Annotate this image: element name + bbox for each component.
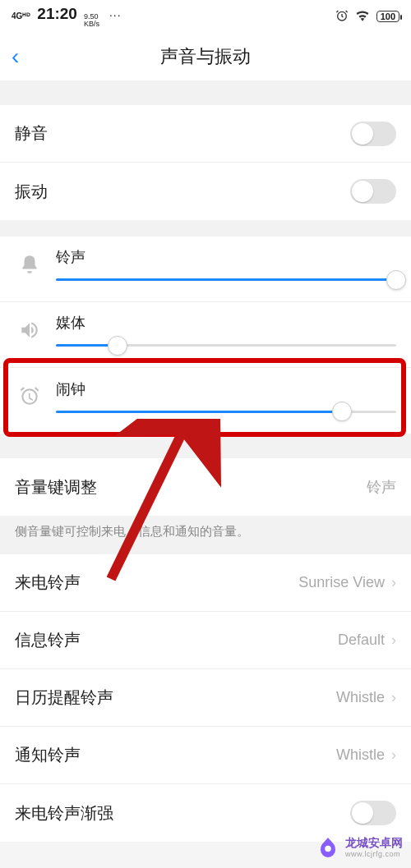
watermark-logo-icon — [316, 835, 340, 860]
incoming-ringtone-row[interactable]: 来电铃声 Sunrise View › — [0, 554, 411, 612]
media-slider[interactable] — [56, 344, 396, 347]
alarm-slider[interactable] — [56, 411, 396, 413]
ringtone-slider[interactable] — [56, 278, 396, 281]
chevron-right-icon: › — [391, 631, 396, 649]
notification-ringtone-value: Whistle — [336, 746, 385, 764]
watermark-brand: 龙城安卓网 — [345, 837, 403, 849]
mute-label: 静音 — [15, 122, 48, 145]
message-ringtone-row[interactable]: 信息铃声 Default › — [0, 612, 411, 669]
speaker-icon — [15, 319, 44, 341]
mute-row[interactable]: 静音 — [0, 105, 411, 163]
alarm-slider-label: 闹钟 — [56, 379, 396, 399]
ascending-ringtone-row[interactable]: 来电铃声渐强 — [0, 784, 411, 842]
more-icon: ··· — [109, 8, 122, 21]
message-ringtone-value: Default — [338, 631, 385, 649]
page-title: 声音与振动 — [160, 44, 251, 69]
back-button[interactable]: ‹ — [12, 44, 19, 70]
status-right: 100 — [335, 9, 399, 25]
watermark-url: www.lcjrfg.com — [345, 850, 403, 858]
status-bar: 4Gᴴᴰ 21:20 9.50KB/s ··· 100 — [0, 0, 411, 33]
incoming-ringtone-label: 来电铃声 — [15, 572, 81, 594]
media-slider-label: 媒体 — [56, 313, 396, 333]
message-ringtone-label: 信息铃声 — [15, 629, 81, 651]
alarm-clock-icon — [15, 385, 44, 406]
bell-icon — [15, 254, 44, 275]
alarm-slider-row: 闹钟 — [0, 368, 411, 434]
section-gap — [0, 434, 411, 458]
data-speed: 9.50KB/s — [84, 13, 99, 28]
ringtone-slider-row: 铃声 — [0, 237, 411, 302]
volume-key-desc: 侧音量键可控制来电、信息和通知的音量。 — [0, 516, 411, 554]
vibrate-label: 振动 — [15, 181, 48, 203]
calendar-ringtone-value: Whistle — [336, 689, 385, 706]
notification-ringtone-row[interactable]: 通知铃声 Whistle › — [0, 727, 411, 784]
chevron-right-icon: › — [391, 574, 396, 591]
ascending-ringtone-label: 来电铃声渐强 — [15, 802, 113, 824]
chevron-right-icon: › — [391, 689, 396, 706]
mute-toggle[interactable] — [350, 122, 396, 146]
watermark: 龙城安卓网 www.lcjrfg.com — [316, 835, 403, 860]
section-gap — [0, 80, 411, 105]
calendar-ringtone-row[interactable]: 日历提醒铃声 Whistle › — [0, 669, 411, 727]
incoming-ringtone-value: Sunrise View — [298, 574, 385, 591]
clock: 21:20 — [37, 5, 77, 23]
battery-indicator: 100 — [376, 11, 399, 22]
svg-point-2 — [325, 846, 331, 852]
volume-key-row[interactable]: 音量键调整 铃声 — [0, 458, 411, 516]
section-gap — [0, 220, 411, 237]
chevron-right-icon: › — [391, 746, 396, 764]
alarm-icon — [335, 9, 349, 25]
ringtone-slider-label: 铃声 — [56, 247, 396, 267]
network-indicator: 4Gᴴᴰ — [12, 11, 30, 21]
wifi-icon — [355, 10, 370, 24]
calendar-ringtone-label: 日历提醒铃声 — [15, 687, 113, 709]
media-slider-row: 媒体 — [0, 302, 411, 368]
vibrate-row[interactable]: 振动 — [0, 163, 411, 220]
volume-key-value: 铃声 — [367, 477, 396, 497]
ascending-ringtone-toggle[interactable] — [350, 801, 396, 825]
vibrate-toggle[interactable] — [350, 179, 396, 204]
status-left: 4Gᴴᴰ 21:20 9.50KB/s ··· — [12, 5, 122, 28]
notification-ringtone-label: 通知铃声 — [15, 744, 81, 766]
title-bar: ‹ 声音与振动 — [0, 33, 411, 80]
volume-key-label: 音量键调整 — [15, 476, 97, 498]
